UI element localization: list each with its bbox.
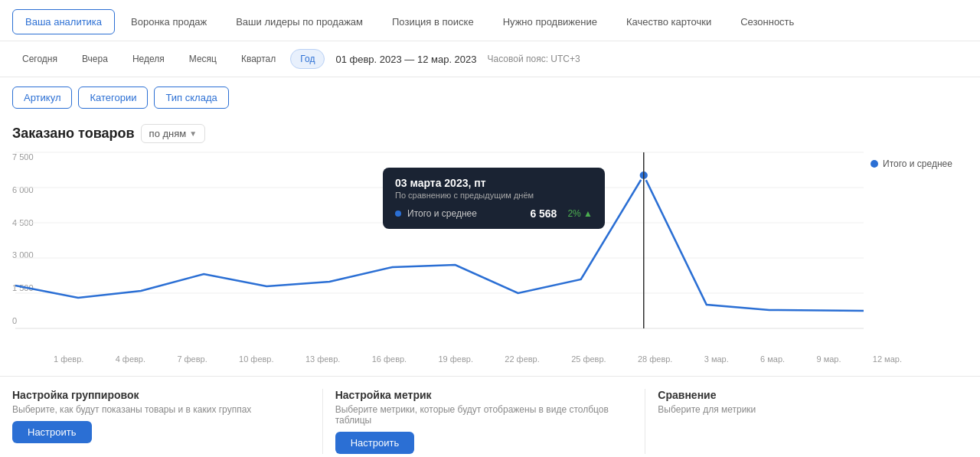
top-nav: Ваша аналитикаВоронка продажВаши лидеры … bbox=[0, 0, 980, 41]
bottom-section-metrics: Настройка метрик Выберите метрики, котор… bbox=[323, 389, 646, 454]
period-btn-month[interactable]: Месяц bbox=[179, 49, 227, 69]
tooltip-metric-label: Итого и среднее bbox=[407, 208, 524, 219]
filter-btn-categories[interactable]: Категории bbox=[78, 87, 148, 109]
chart-container: 01 5003 0004 5006 0007 500 bbox=[12, 152, 968, 364]
chart-title-row: Заказано товаров по дням ▼ bbox=[12, 124, 968, 143]
period-btn-yesterday[interactable]: Вчера bbox=[72, 49, 118, 69]
chevron-down-icon: ▼ bbox=[189, 129, 197, 138]
tooltip-dot bbox=[395, 211, 401, 217]
bottom-title-groupings: Настройка группировок bbox=[12, 389, 310, 401]
tooltip-sub: По сравнению с предыдущим днём bbox=[395, 191, 593, 200]
tooltip-change-arrow: ▲ bbox=[583, 208, 593, 219]
x-axis-label: 10 февр. bbox=[239, 354, 273, 364]
date-range: 01 февр. 2023 — 12 мар. 2023 bbox=[335, 54, 476, 65]
period-btn-today[interactable]: Сегодня bbox=[12, 49, 67, 69]
bottom-desc-comparison: Выберите для метрики bbox=[658, 404, 956, 415]
legend-label: Итого и среднее bbox=[883, 158, 952, 169]
x-axis-label: 3 мар. bbox=[704, 354, 729, 364]
x-axis-label: 25 февр. bbox=[571, 354, 606, 364]
period-btn-week[interactable]: Неделя bbox=[122, 49, 175, 69]
x-axis-label: 22 февр. bbox=[505, 354, 539, 364]
x-axis: 1 февр.4 февр.7 февр.10 февр.13 февр.16 … bbox=[54, 351, 902, 364]
tooltip-date: 03 марта 2023, пт bbox=[395, 177, 593, 189]
tooltip: 03 марта 2023, пт По сравнению с предыду… bbox=[383, 168, 605, 229]
nav-tab-search[interactable]: Позиция в поиске bbox=[379, 9, 487, 34]
bottom-desc-groupings: Выберите, как будут показаны товары и в … bbox=[12, 404, 310, 415]
bottom-desc-metrics: Выберите метрики, которые будут отображе… bbox=[335, 404, 633, 426]
legend-area: Итого и среднее bbox=[864, 152, 968, 175]
bottom-section-groupings: Настройка группировок Выберите, как буду… bbox=[12, 389, 323, 454]
bottom-title-comparison: Сравнение bbox=[658, 389, 956, 401]
tooltip-change-value: 2% bbox=[567, 208, 580, 219]
tooltip-value: 6 568 bbox=[530, 207, 557, 220]
timezone: Часовой пояс: UTC+3 bbox=[488, 54, 580, 64]
chart-canvas-container: 03 марта 2023, пт По сравнению с предыду… bbox=[15, 152, 864, 351]
period-btn-year[interactable]: Год bbox=[290, 49, 325, 69]
setup-btn-groupings[interactable]: Настроить bbox=[12, 421, 92, 443]
filter-btn-article[interactable]: Артикул bbox=[12, 87, 72, 109]
legend-dot bbox=[871, 160, 878, 168]
filter-btn-warehouse[interactable]: Тип склада bbox=[154, 87, 228, 109]
bottom-title-metrics: Настройка метрик bbox=[335, 389, 633, 401]
chart-section: Заказано товаров по дням ▼ 01 5003 0004 … bbox=[0, 118, 980, 364]
x-axis-label: 1 февр. bbox=[54, 354, 83, 364]
chart-title: Заказано товаров bbox=[12, 126, 135, 142]
x-axis-label: 16 февр. bbox=[372, 354, 407, 364]
period-bar: СегодняВчераНеделяМесяцКварталГод01 февр… bbox=[0, 41, 980, 77]
x-axis-label: 7 февр. bbox=[177, 354, 207, 364]
tooltip-row: Итого и среднее 6 568 2% ▲ bbox=[395, 207, 593, 220]
nav-tab-quality[interactable]: Качество карточки bbox=[613, 9, 724, 34]
nav-tab-funnel[interactable]: Воронка продаж bbox=[118, 9, 220, 34]
nav-tab-analytics[interactable]: Ваша аналитика bbox=[12, 9, 115, 34]
x-axis-label: 19 февр. bbox=[439, 354, 473, 364]
tooltip-change: 2% ▲ bbox=[567, 208, 593, 219]
nav-tab-seasonality[interactable]: Сезонность bbox=[727, 9, 807, 34]
legend-item: Итого и среднее bbox=[871, 158, 962, 169]
x-axis-label: 9 мар. bbox=[816, 354, 841, 364]
x-axis-label: 12 мар. bbox=[873, 354, 902, 364]
x-axis-label: 28 февр. bbox=[638, 354, 672, 364]
chart-period-select[interactable]: по дням ▼ bbox=[141, 124, 206, 143]
chart-period-label: по дням bbox=[149, 128, 187, 139]
period-btn-quarter[interactable]: Квартал bbox=[231, 49, 286, 69]
setup-btn-metrics[interactable]: Настроить bbox=[335, 432, 415, 454]
nav-tab-promotion[interactable]: Нужно продвижение bbox=[490, 9, 610, 34]
bottom-bar: Настройка группировок Выберите, как буду… bbox=[0, 376, 980, 457]
nav-tab-leaders[interactable]: Ваши лидеры по продажам bbox=[223, 9, 376, 34]
bottom-section-comparison: Сравнение Выберите для метрики bbox=[645, 389, 968, 454]
x-axis-label: 13 февр. bbox=[305, 354, 340, 364]
x-axis-label: 6 мар. bbox=[760, 354, 785, 364]
filter-bar: АртикулКатегорииТип склада bbox=[0, 77, 980, 118]
x-axis-label: 4 февр. bbox=[116, 354, 145, 364]
